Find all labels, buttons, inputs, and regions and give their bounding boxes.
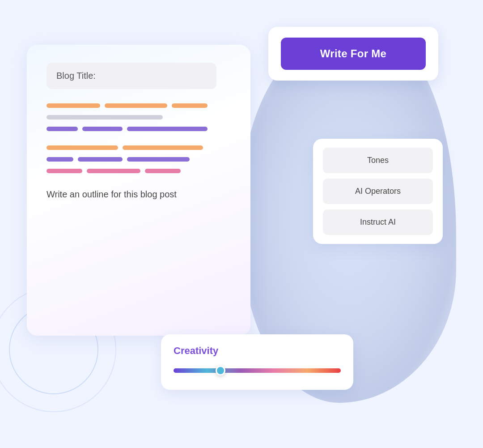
line-row-orange-1	[47, 103, 231, 111]
slider-track	[174, 368, 341, 373]
slider-container	[174, 364, 341, 377]
line-row-gray-1	[47, 115, 231, 123]
line-purple-2	[82, 127, 123, 131]
write-for-me-button[interactable]: Write For Me	[281, 38, 426, 70]
slider-thumb[interactable]	[216, 366, 225, 375]
line-pink-3	[145, 169, 181, 173]
line-pink-1	[47, 169, 82, 173]
line-orange-2	[105, 103, 167, 108]
outline-text: Write an outline for this blog post	[47, 189, 231, 200]
line-orange-3	[172, 103, 208, 108]
line-orange-4	[47, 145, 118, 150]
line-purple-5	[78, 157, 123, 162]
ai-operators-button[interactable]: AI Operators	[323, 179, 433, 204]
line-row-purple-2	[47, 157, 231, 165]
line-row-purple-1	[47, 127, 231, 135]
write-for-me-card: Write For Me	[268, 27, 438, 81]
line-row-orange-2	[47, 145, 231, 154]
instruct-ai-button[interactable]: Instruct AI	[323, 209, 433, 235]
text-lines-group	[47, 103, 231, 177]
creativity-card: Creativity	[161, 334, 353, 390]
blog-title-field[interactable]: Blog Title:	[47, 63, 216, 89]
line-purple-3	[127, 127, 208, 131]
line-orange-5	[123, 145, 203, 150]
line-orange-1	[47, 103, 100, 108]
line-row-pink	[47, 169, 231, 177]
line-gray-1	[47, 115, 163, 119]
tones-card: Tones AI Operators Instruct AI	[313, 139, 443, 244]
document-card: Blog Title:	[27, 45, 250, 336]
line-purple-6	[127, 157, 190, 162]
scene: Blog Title:	[0, 0, 483, 448]
creativity-label: Creativity	[174, 345, 341, 357]
line-purple-4	[47, 157, 73, 162]
line-pink-2	[87, 169, 140, 173]
line-purple-1	[47, 127, 78, 131]
tones-button[interactable]: Tones	[323, 148, 433, 173]
